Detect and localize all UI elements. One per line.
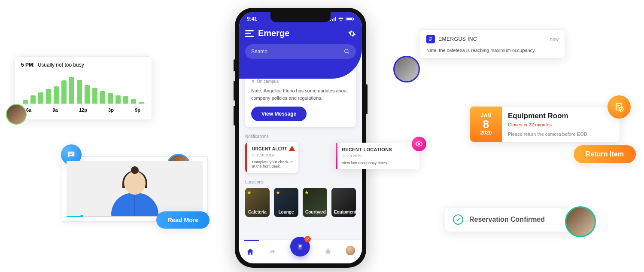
- popular-times-hour: 5 PM:: [21, 62, 35, 68]
- date-day: 8: [483, 119, 489, 130]
- chart-bar: [139, 102, 144, 104]
- svg-point-7: [418, 143, 420, 145]
- center-fab[interactable]: 2: [290, 237, 310, 257]
- svg-rect-1: [346, 18, 352, 20]
- notif-stripe: [336, 143, 337, 169]
- check-icon: [456, 217, 461, 222]
- star-icon: [324, 248, 332, 256]
- phone-side-button: [234, 81, 235, 101]
- chart-bar: [23, 100, 28, 104]
- equipment-badge: [608, 95, 631, 119]
- chart-bar: [100, 91, 105, 104]
- person-illustration: [109, 170, 161, 217]
- return-item-button[interactable]: Return Item: [574, 145, 636, 163]
- avatar-icon: [346, 246, 355, 255]
- popular-times-axis: 6a 9a 12p 3p 9p: [21, 107, 146, 113]
- tab-home[interactable]: [246, 248, 255, 256]
- date-year: 2020: [480, 130, 492, 136]
- push-app-icon: [426, 35, 435, 43]
- search-icon: [344, 49, 350, 55]
- location-card-courtyard[interactable]: ★ Courtyard: [303, 188, 327, 217]
- chart-bar: [46, 89, 51, 104]
- avatar: [565, 206, 596, 237]
- tab-indicator: [244, 240, 259, 241]
- location-card-lounge[interactable]: ★ Lounge: [274, 188, 298, 217]
- avatar: [6, 104, 27, 125]
- star-icon: ★: [247, 189, 252, 196]
- card-location: On campus: [257, 79, 279, 84]
- video-card-wrap: Read More: [62, 145, 208, 222]
- svg-point-3: [345, 49, 348, 53]
- read-more-button[interactable]: Read More: [156, 211, 210, 229]
- phone-side-button: [366, 84, 368, 114]
- chart-bar: [30, 95, 36, 104]
- chat-icon: [67, 150, 76, 159]
- location-label: Equipment: [334, 210, 353, 214]
- fab-badge: 2: [304, 236, 311, 242]
- battery-icon: [346, 17, 354, 21]
- home-icon: [246, 248, 255, 256]
- section-locations: Locations: [245, 180, 356, 184]
- menu-icon[interactable]: [245, 30, 254, 37]
- notif-date: 2.10.2019: [257, 153, 274, 157]
- clock-icon: [342, 154, 345, 158]
- location-label: Cafeteria: [248, 210, 267, 214]
- push-app-name: EMERGUS INC: [438, 36, 547, 42]
- gear-icon[interactable]: [348, 30, 356, 37]
- reservation-card: Reservation Confirmed: [445, 207, 574, 232]
- doc-icon: [296, 243, 304, 251]
- equipment-card[interactable]: JAN 8 2020 Equipment Room Closes in 22 m…: [470, 106, 620, 142]
- chart-bar: [77, 80, 82, 104]
- notification-card[interactable]: URGENT ALERT 2.10.2019 Complete your che…: [245, 142, 298, 173]
- location-label: Lounge: [276, 210, 296, 214]
- notif-stripe: [245, 142, 247, 173]
- chart-bar: [123, 96, 128, 104]
- location-card-cafeteria[interactable]: ★ Cafeteria: [245, 188, 270, 217]
- eye-badge: [412, 137, 426, 151]
- card-body: Nate, Angelica Florio has some updates a…: [251, 87, 350, 101]
- app-header: Emerge Search: [239, 26, 362, 79]
- eye-icon: [415, 140, 423, 148]
- pin-icon: [251, 79, 255, 83]
- wifi-icon: [338, 17, 344, 21]
- chart-bar: [85, 85, 90, 104]
- popular-times-title: 5 PM: Usually not too busy: [21, 62, 146, 68]
- chart-bar: [108, 93, 113, 104]
- equipment-closes: Closes in 22 minutes: [508, 122, 589, 127]
- avatar: [393, 56, 420, 83]
- popular-times-card: 5 PM: Usually not too busy 6a 9a 12p 3p …: [15, 56, 152, 120]
- app-title: Emerge: [258, 28, 344, 38]
- tab-bar: 2: [239, 239, 362, 263]
- tab-share[interactable]: [268, 248, 276, 256]
- phone-side-button: [234, 106, 235, 125]
- section-notifications: Notifications: [245, 134, 356, 139]
- svg-rect-2: [353, 18, 354, 20]
- reservation-text: Reservation Confirmed: [469, 216, 545, 223]
- search-placeholder: Search: [251, 49, 344, 55]
- chart-bar: [115, 95, 121, 104]
- axis-tick: 9a: [52, 107, 58, 113]
- axis-tick: 12p: [79, 107, 87, 113]
- share-icon: [268, 248, 276, 256]
- push-time: now: [550, 37, 559, 42]
- notif-body: View low-occupancy times…: [342, 161, 415, 165]
- notif-title: URGENT ALERT: [252, 147, 294, 151]
- tab-profile[interactable]: [346, 246, 355, 257]
- tab-star[interactable]: [324, 248, 332, 256]
- notification-card-recent-locations[interactable]: RECENT LOCATIONS 2.8.2019 View low-occup…: [336, 143, 419, 169]
- popular-times-status: Usually not too busy: [38, 62, 84, 68]
- phone-frame: 9:41 Emerge Search Recent Updates: [235, 8, 366, 268]
- chart-bar: [61, 80, 67, 104]
- search-input[interactable]: Search: [245, 44, 356, 59]
- phone-side-button: [234, 59, 235, 71]
- view-message-button[interactable]: View Message: [251, 107, 307, 121]
- star-icon: ★: [304, 189, 309, 196]
- push-notification[interactable]: EMERGUS INC now Nate, the cafeteria is r…: [420, 29, 565, 58]
- video-frame: [67, 161, 203, 217]
- equipment-title: Equipment Room: [508, 112, 589, 120]
- chart-bar: [92, 88, 97, 104]
- location-label: Courtyard: [305, 210, 325, 214]
- equipment-date: JAN 8 2020: [470, 107, 502, 142]
- equipment-note: Please return the camera before EOD.: [508, 131, 589, 137]
- location-card-equipment[interactable]: Equipment: [331, 188, 356, 217]
